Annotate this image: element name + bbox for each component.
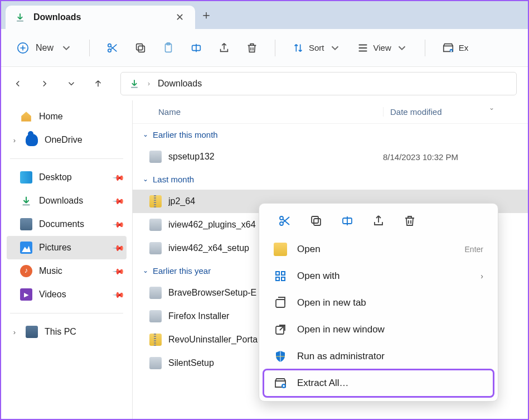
extract-button[interactable]: Ex	[436, 37, 474, 59]
sidebar-item-music[interactable]: Music📌	[7, 259, 127, 283]
group-header[interactable]: ⌄Last month	[133, 168, 528, 190]
chevron-right-icon[interactable]: ›	[10, 136, 19, 144]
tab-title: Downloads	[33, 12, 166, 22]
context-menu-toolbar	[264, 208, 493, 236]
sidebar-item-thispc[interactable]: ›This PC	[7, 320, 127, 344]
ctx-open-new-tab[interactable]: Open in new tab	[264, 289, 493, 316]
back-button[interactable]	[7, 73, 29, 95]
desktop-icon	[20, 171, 32, 184]
download-arrow-icon	[129, 78, 140, 89]
sidebar-item-onedrive[interactable]: ›OneDrive	[7, 128, 127, 152]
ctx-delete-button[interactable]	[399, 211, 421, 230]
sidebar-item-downloads[interactable]: Downloads📌	[7, 189, 127, 213]
sort-button[interactable]: Sort	[287, 37, 347, 59]
file-date: 8/14/2023 10:32 PM	[383, 152, 528, 162]
scissors-icon	[278, 214, 292, 228]
sidebar-item-home[interactable]: Home	[7, 105, 127, 128]
document-icon	[20, 218, 32, 230]
divider	[425, 40, 425, 56]
file-row[interactable]: spsetup1328/14/2023 10:32 PM	[133, 145, 528, 168]
svg-rect-11	[314, 219, 321, 225]
sidebar-item-documents[interactable]: Documents📌	[7, 213, 127, 236]
new-tab-icon	[274, 296, 287, 310]
svg-rect-14	[276, 272, 279, 275]
chevron-down-icon: ⌄	[489, 104, 494, 112]
file-name: spsetup132	[168, 152, 376, 162]
plus-circle-icon	[17, 42, 29, 54]
pin-icon: 📌	[112, 171, 125, 184]
divider	[89, 40, 90, 56]
delete-button[interactable]	[240, 37, 264, 59]
forward-button[interactable]	[33, 73, 56, 95]
paste-button[interactable]	[157, 37, 180, 59]
share-button[interactable]	[212, 37, 236, 59]
ctx-run-admin[interactable]: Run as administrator	[264, 343, 493, 370]
sort-icon	[292, 42, 304, 54]
scissors-icon	[106, 42, 119, 54]
close-icon[interactable]: ✕	[173, 9, 186, 26]
ctx-cut-button[interactable]	[274, 211, 296, 230]
new-button[interactable]: New	[11, 37, 78, 59]
chevron-down-icon	[329, 42, 341, 54]
zip-icon	[149, 334, 162, 346]
new-window-icon	[274, 323, 287, 336]
ctx-copy-button[interactable]	[305, 211, 327, 230]
folder-icon	[274, 243, 287, 256]
svg-point-9	[280, 216, 283, 220]
chevron-down-icon: ⌄	[143, 131, 148, 138]
trash-icon	[246, 42, 258, 54]
sidebar: Home ›OneDrive Desktop📌 Downloads📌 Docum…	[1, 100, 133, 420]
svg-point-1	[108, 44, 111, 47]
divider	[10, 313, 123, 313]
svg-rect-15	[282, 272, 285, 275]
view-button[interactable]: View	[351, 37, 414, 59]
up-button[interactable]	[87, 73, 109, 95]
history-dropdown[interactable]	[60, 73, 82, 95]
sidebar-item-videos[interactable]: Videos📌	[7, 283, 127, 306]
svg-rect-17	[282, 277, 285, 281]
sidebar-item-desktop[interactable]: Desktop📌	[7, 166, 127, 189]
rename-button[interactable]	[185, 37, 208, 59]
svg-point-10	[280, 222, 283, 225]
svg-rect-12	[312, 216, 318, 223]
video-icon	[20, 288, 32, 301]
divider	[10, 158, 123, 159]
divider	[275, 40, 275, 56]
pin-icon: 📌	[112, 194, 125, 207]
column-header-name[interactable]: Name	[133, 107, 383, 117]
ctx-open-with[interactable]: Open with ›	[264, 263, 493, 289]
ctx-open[interactable]: Open Enter	[264, 236, 493, 263]
exe-icon	[149, 287, 162, 299]
copy-icon	[134, 42, 147, 54]
context-menu: Open Enter Open with › Open in new tab O…	[259, 203, 498, 402]
pin-icon: 📌	[112, 218, 125, 230]
toolbar: New Sort View Ex	[1, 29, 528, 67]
tab-downloads[interactable]: Downloads ✕	[6, 6, 195, 29]
extract-icon	[274, 376, 287, 390]
shield-icon	[274, 350, 287, 363]
exe-icon	[149, 151, 162, 163]
navigation-row: › Downloads	[1, 67, 528, 100]
sidebar-item-pictures[interactable]: Pictures📌	[7, 236, 127, 259]
pc-icon	[26, 326, 38, 338]
rename-icon	[341, 214, 354, 228]
download-arrow-icon	[14, 12, 26, 23]
exe-icon	[149, 357, 162, 369]
ctx-extract-all[interactable]: Extract All…	[264, 370, 493, 397]
new-tab-button[interactable]: ＋	[195, 7, 217, 23]
cut-button[interactable]	[101, 37, 124, 59]
svg-rect-3	[138, 46, 144, 52]
ctx-share-button[interactable]	[367, 211, 390, 230]
chevron-right-icon[interactable]: ›	[10, 328, 19, 336]
column-header-date[interactable]: Date modified⌄	[383, 107, 528, 117]
chevron-right-icon: ›	[481, 272, 483, 281]
ctx-rename-button[interactable]	[336, 211, 358, 230]
copy-icon	[309, 214, 323, 228]
address-bar[interactable]: › Downloads	[120, 72, 517, 95]
group-header[interactable]: ⌄Earlier this month	[133, 124, 528, 145]
svg-rect-4	[137, 44, 143, 50]
copy-button[interactable]	[129, 37, 152, 59]
cloud-icon	[26, 134, 38, 146]
ctx-open-new-window[interactable]: Open in new window	[264, 316, 493, 343]
breadcrumb-current[interactable]: Downloads	[158, 79, 202, 89]
